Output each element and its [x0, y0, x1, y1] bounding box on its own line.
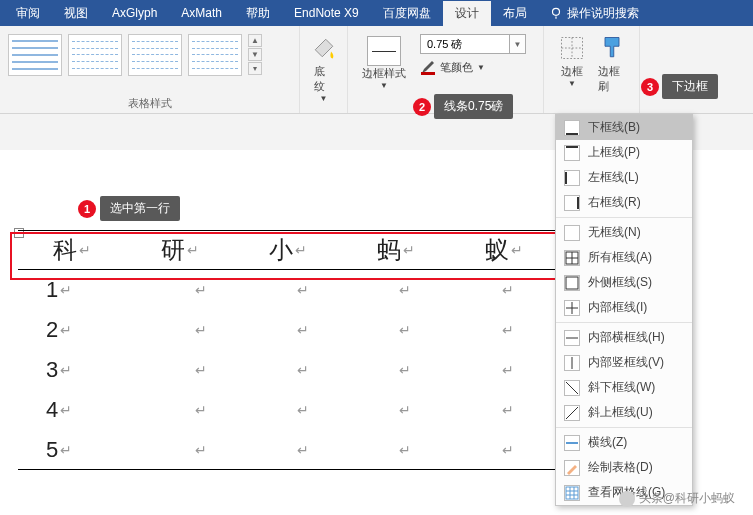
borders-dropdown-menu: 下框线(B) 上框线(P) 左框线(L) 右框线(R) 无框线(N) 所有框线(… [555, 114, 693, 506]
table-cell[interactable]: ↵ [456, 402, 558, 418]
border-styles-button[interactable]: 边框样式 ▼ [356, 32, 412, 94]
table-cell[interactable]: ↵ [353, 362, 455, 378]
table-cell[interactable]: ↵ [353, 402, 455, 418]
table-header-cell[interactable]: 蚂↵ [342, 234, 450, 266]
table-cell[interactable]: ↵ [353, 282, 455, 298]
table-cell[interactable]: ↵ [456, 282, 558, 298]
dd-inside-borders[interactable]: 内部框线(I) [556, 295, 692, 320]
table-cell[interactable]: 5↵ [18, 437, 148, 463]
table-cell[interactable]: ↵ [148, 282, 250, 298]
table-row[interactable]: 2↵ ↵ ↵ ↵ ↵ [18, 310, 558, 350]
scroll-down-icon[interactable]: ▼ [248, 48, 262, 61]
badge-1: 1 [78, 200, 96, 218]
dd-inside-h-border[interactable]: 内部横框线(H) [556, 325, 692, 350]
tab-review[interactable]: 审阅 [4, 1, 52, 26]
group-shading: 底纹 ▼ [300, 26, 348, 113]
table-row[interactable]: 5↵ ↵ ↵ ↵ ↵ [18, 430, 558, 470]
style-thumb[interactable] [8, 34, 62, 76]
border-left-icon [564, 170, 580, 186]
borders-label: 边框 [561, 64, 583, 79]
table-cell[interactable]: 2↵ [18, 317, 148, 343]
table-cell[interactable]: ↵ [456, 362, 558, 378]
table-cell[interactable]: 1↵ [18, 277, 148, 303]
tab-design[interactable]: 设计 [443, 1, 491, 26]
pen-color-button[interactable]: 笔颜色 ▼ [420, 59, 526, 75]
border-top-icon [564, 145, 580, 161]
dd-horizontal-line[interactable]: 横线(Z) [556, 430, 692, 455]
ribbon-body: ▲ ▼ ▾ 表格样式 底纹 ▼ 边框样式 ▼ 0.75 磅 ▼ [0, 26, 753, 114]
table-cell[interactable]: ↵ [456, 442, 558, 458]
tab-axmath[interactable]: AxMath [169, 2, 234, 24]
chevron-down-icon[interactable]: ▼ [510, 34, 526, 54]
dd-inside-v-border[interactable]: 内部竖框线(V) [556, 350, 692, 375]
dropdown-separator [556, 217, 692, 218]
tab-endnote[interactable]: EndNote X9 [282, 2, 371, 24]
paint-brush-icon [598, 34, 626, 62]
style-thumb[interactable] [188, 34, 242, 76]
table-header-cell[interactable]: 研↵ [126, 234, 234, 266]
tooltip-select-row: 选中第一行 [100, 196, 180, 221]
table-cell[interactable]: ↵ [456, 322, 558, 338]
border-grid-icon [558, 34, 586, 62]
style-thumb[interactable] [68, 34, 122, 76]
shading-button[interactable]: 底纹 ▼ [308, 30, 339, 107]
scroll-more-icon[interactable]: ▾ [248, 62, 262, 75]
border-painter-button[interactable]: 边框刷 [592, 30, 632, 98]
border-inside-h-icon [564, 330, 580, 346]
lightbulb-icon [549, 6, 563, 20]
dd-bottom-border[interactable]: 下框线(B) [556, 115, 692, 140]
document-table[interactable]: 科↵ 研↵ 小↵ 蚂↵ 蚁↵ 1↵ ↵ ↵ ↵ ↵ 2↵ ↵ ↵ ↵ ↵ 3↵ … [18, 230, 558, 470]
dd-no-border[interactable]: 无框线(N) [556, 220, 692, 245]
line-weight-selector[interactable]: 0.75 磅 ▼ [420, 34, 526, 54]
style-thumb[interactable] [128, 34, 182, 76]
borders-dropdown-button[interactable]: 边框 ▼ [552, 30, 592, 98]
group-table-styles: ▲ ▼ ▾ 表格样式 [0, 26, 300, 113]
table-header-cell[interactable]: 蚁↵ [450, 234, 558, 266]
table-row[interactable]: 3↵ ↵ ↵ ↵ ↵ [18, 350, 558, 390]
table-cell[interactable]: ↵ [148, 442, 250, 458]
table-cell[interactable]: 4↵ [18, 397, 148, 423]
dd-all-borders[interactable]: 所有框线(A) [556, 245, 692, 270]
table-header-cell[interactable]: 小↵ [234, 234, 342, 266]
table-styles-gallery[interactable]: ▲ ▼ ▾ [8, 30, 291, 76]
tell-me[interactable]: 操作说明搜索 [549, 5, 639, 22]
dd-draw-table[interactable]: 绘制表格(D) [556, 455, 692, 480]
table-cell[interactable]: ↵ [353, 322, 455, 338]
scroll-up-icon[interactable]: ▲ [248, 34, 262, 47]
dd-right-border[interactable]: 右框线(R) [556, 190, 692, 215]
line-weight-value: 0.75 磅 [420, 34, 510, 54]
table-header-cell[interactable]: 科↵ [18, 234, 126, 266]
table-cell[interactable]: ↵ [251, 322, 353, 338]
pen-color-label: 笔颜色 [440, 60, 473, 75]
table-header-row[interactable]: 科↵ 研↵ 小↵ 蚂↵ 蚁↵ [18, 230, 558, 270]
table-row[interactable]: 1↵ ↵ ↵ ↵ ↵ [18, 270, 558, 310]
dd-diag-down-border[interactable]: 斜下框线(W) [556, 375, 692, 400]
dd-outside-borders[interactable]: 外侧框线(S) [556, 270, 692, 295]
ribbon-tabstrip: 审阅 视图 AxGlyph AxMath 帮助 EndNote X9 百度网盘 … [0, 0, 753, 26]
table-cell[interactable]: ↵ [251, 402, 353, 418]
table-cell[interactable]: ↵ [251, 282, 353, 298]
tooltip-bottom-border: 下边框 [662, 74, 718, 99]
dd-diag-up-border[interactable]: 斜上框线(U) [556, 400, 692, 425]
tab-layout[interactable]: 布局 [491, 1, 539, 26]
gallery-scroll[interactable]: ▲ ▼ ▾ [248, 34, 262, 75]
table-cell[interactable]: ↵ [353, 442, 455, 458]
dropdown-separator [556, 322, 692, 323]
tab-baidu[interactable]: 百度网盘 [371, 1, 443, 26]
table-cell[interactable]: 3↵ [18, 357, 148, 383]
tab-view[interactable]: 视图 [52, 1, 100, 26]
table-cell[interactable]: ↵ [148, 322, 250, 338]
tab-axglyph[interactable]: AxGlyph [100, 2, 169, 24]
dd-left-border[interactable]: 左框线(L) [556, 165, 692, 190]
table-cell[interactable]: ↵ [251, 442, 353, 458]
table-cell[interactable]: ↵ [148, 402, 250, 418]
table-row[interactable]: 4↵ ↵ ↵ ↵ ↵ [18, 390, 558, 430]
tab-help[interactable]: 帮助 [234, 1, 282, 26]
table-cell[interactable]: ↵ [148, 362, 250, 378]
table-cell[interactable]: ↵ [251, 362, 353, 378]
border-none-icon [564, 225, 580, 241]
group-border-tools: 边框 ▼ 边框刷 [544, 26, 640, 113]
dd-top-border[interactable]: 上框线(P) [556, 140, 692, 165]
border-outside-icon [564, 275, 580, 291]
badge-3: 3 [641, 78, 659, 96]
